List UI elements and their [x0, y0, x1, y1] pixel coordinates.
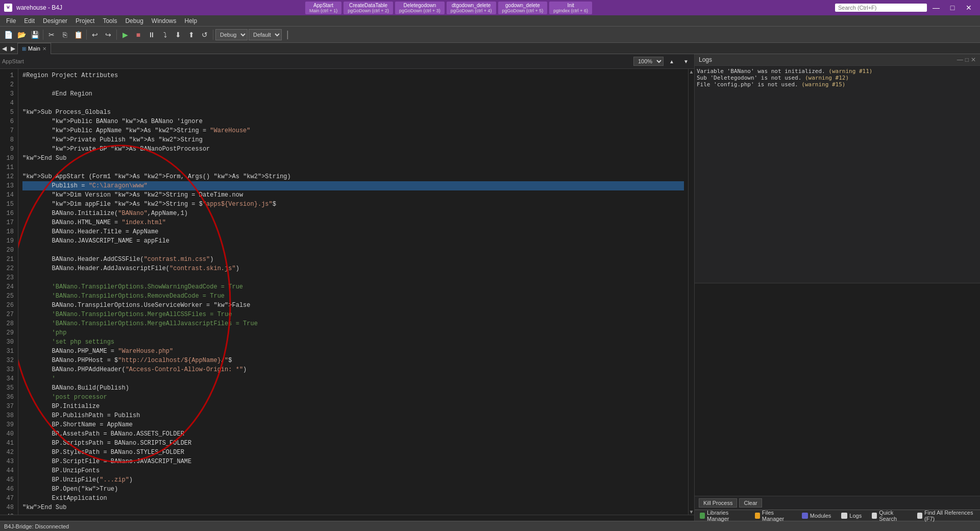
line-number-42: 42	[4, 448, 14, 457]
shortcut-btn-0[interactable]: AppStartMain (ctrl + 1)	[305, 2, 341, 14]
logs-minimize-button[interactable]: —	[957, 56, 963, 63]
kill-process-button[interactable]: Kill Process	[699, 498, 737, 508]
menu-designer[interactable]: Designer	[39, 16, 71, 26]
line-number-20: 20	[4, 246, 14, 255]
step-out-button[interactable]: ⬆	[185, 29, 198, 41]
step-into-button[interactable]: ⬇	[172, 29, 184, 41]
clear-button[interactable]: Clear	[739, 498, 762, 508]
code-line-8: "kw">Private Publish "kw">As "kw2">Strin…	[22, 135, 684, 144]
bottom-tab-1[interactable]: Files Manager	[750, 509, 797, 523]
step-over-button[interactable]: ⤵	[159, 29, 171, 41]
stop-button[interactable]: ■	[132, 29, 144, 41]
menu-edit[interactable]: Edit	[20, 16, 39, 26]
code-line-26: BANano.TranspilerOptions.UseServiceWorke…	[22, 301, 684, 310]
code-line-15: "kw">Dim appFile "kw">As "kw2">String = …	[22, 200, 684, 209]
line-number-37: 37	[4, 402, 14, 411]
bottom-tab-4[interactable]: Quick Search	[867, 509, 912, 523]
code-line-6: "kw">Public BANano "kw">As BANano 'ignor…	[22, 117, 684, 126]
device-select[interactable]: Default	[249, 29, 282, 40]
editor-scroll-down[interactable]: ▼	[680, 55, 692, 67]
code-line-31: BANano.PHP_NAME = "WareHouse.php"	[22, 347, 684, 356]
code-line-16: BANano.Initialize("BANano",AppName,1)	[22, 209, 684, 218]
toolbar: 📄 📂 💾 ✂ ⎘ 📋 ↩ ↪ ▶ ■ ⏸ ⤵ ⬇ ⬆ ↺ Debug Defa…	[0, 27, 980, 43]
redo-button[interactable]: ↪	[102, 29, 114, 41]
title-bar: W warehouse - B4J AppStartMain (ctrl + 1…	[0, 0, 980, 15]
line-number-19: 19	[4, 236, 14, 246]
code-line-2	[22, 80, 684, 89]
line-number-40: 40	[4, 429, 14, 439]
open-button[interactable]: 📂	[15, 29, 28, 41]
code-line-36: 'post processor	[22, 393, 684, 402]
logs-footer: Kill Process Clear	[695, 496, 980, 510]
bottom-tab-5[interactable]: Find All References (F7)	[912, 509, 980, 523]
line-number-7: 7	[4, 126, 14, 135]
line-number-4: 4	[4, 99, 14, 108]
line-number-23: 23	[4, 273, 14, 282]
run-button[interactable]: ▶	[119, 29, 131, 41]
shortcut-btn-4[interactable]: godown_deletepgGoDown (ctrl + 5)	[498, 2, 548, 14]
line-number-13: 13	[4, 181, 14, 190]
log-entry-1: Sub 'Deletegodown' is not used. (warning…	[697, 75, 978, 81]
line-number-14: 14	[4, 190, 14, 200]
maximize-button[interactable]: □	[945, 3, 960, 13]
search-input[interactable]	[835, 4, 927, 12]
code-line-43: BP.ScriptFile = BANano.JAVASCRIPT_NAME	[22, 457, 684, 466]
pause-button[interactable]: ⏸	[145, 29, 158, 41]
zoom-select[interactable]: 100%	[633, 57, 664, 66]
menu-file[interactable]: File	[2, 16, 20, 26]
minimize-button[interactable]: —	[929, 3, 943, 13]
code-line-7: "kw">Public AppName "kw">As "kw2">String…	[22, 126, 684, 135]
logs-maximize-button[interactable]: □	[965, 56, 969, 63]
menu-bar: FileEditDesignerProjectToolsDebugWindows…	[0, 15, 980, 27]
line-number-48: 48	[4, 503, 14, 512]
bottom-tab-label-2: Modules	[810, 513, 831, 519]
paste-button[interactable]: 📋	[72, 29, 84, 41]
code-area[interactable]: #Region Project Attributes #End Region "…	[18, 69, 688, 515]
refresh-button[interactable]: ↺	[199, 29, 211, 41]
title-bar-left: W warehouse - B4J	[4, 4, 62, 12]
main-tab[interactable]: ⊞ Main ✕	[17, 43, 51, 54]
vscroll-down[interactable]: ▼	[689, 509, 694, 515]
bottom-tab-icon-4	[872, 513, 877, 519]
tab-nav-next[interactable]: ▶	[9, 45, 17, 52]
hscroll[interactable]	[0, 515, 694, 521]
cut-button[interactable]: ✂	[45, 29, 58, 41]
shortcut-btn-1[interactable]: CreateDataTablepgGoDown (ctrl + 2)	[344, 2, 393, 14]
code-line-13: Publish = "C:\laragon\www"	[22, 181, 684, 190]
bottom-tab-2[interactable]: Modules	[797, 512, 837, 520]
menu-tools[interactable]: Tools	[99, 16, 121, 26]
menu-help[interactable]: Help	[181, 16, 202, 26]
code-line-17: BANano.HTML_NAME = "index.html"	[22, 218, 684, 227]
shortcut-btn-5[interactable]: InitpgIndex (ctrl + 6)	[549, 2, 592, 14]
undo-button[interactable]: ↩	[89, 29, 101, 41]
bottom-tab-3[interactable]: Logs	[836, 512, 867, 520]
line-number-43: 43	[4, 457, 14, 466]
vscroll-up[interactable]: ▲	[689, 69, 694, 75]
menu-debug[interactable]: Debug	[121, 16, 147, 26]
bottom-tab-0[interactable]: Libraries Manager	[695, 509, 750, 523]
code-line-24: 'BANano.TranspilerOptions.ShowWarningDea…	[22, 282, 684, 292]
menu-project[interactable]: Project	[71, 16, 99, 26]
code-line-11	[22, 163, 684, 172]
copy-button[interactable]: ⎘	[59, 29, 71, 41]
new-button[interactable]: 📄	[2, 29, 14, 41]
config-select[interactable]: Debug	[215, 29, 248, 40]
close-button[interactable]: ✕	[962, 3, 976, 13]
code-line-18: BANano.Header.Title = AppName	[22, 227, 684, 236]
code-line-23	[22, 273, 684, 282]
logs-header: Logs — □ ✕	[695, 54, 980, 66]
code-line-35: BANano.Build(Publish)	[22, 383, 684, 393]
shortcut-btn-3[interactable]: dtgodown_deletepgGoDown (ctrl + 4)	[447, 2, 496, 14]
editor-body: 1234567891011121314151617181920212223242…	[0, 69, 694, 515]
shortcut-btn-2[interactable]: DeletegodownpgGoDown (ctrl + 3)	[395, 2, 445, 14]
code-line-30: 'set php settings	[22, 337, 684, 347]
tab-close[interactable]: ✕	[42, 46, 46, 52]
code-line-33: BANano.PHPAddHeader("Access-Control-Allo…	[22, 365, 684, 374]
save-button[interactable]: 💾	[29, 29, 41, 41]
menu-windows[interactable]: Windows	[148, 16, 181, 26]
code-line-29: 'php	[22, 328, 684, 337]
editor-scroll-up[interactable]: ▲	[666, 55, 678, 67]
logs-close-button[interactable]: ✕	[971, 56, 976, 63]
code-line-28: 'BANano.TranspilerOptions.MergeAllJavasc…	[22, 319, 684, 328]
tab-nav-prev[interactable]: ◀	[0, 45, 9, 52]
